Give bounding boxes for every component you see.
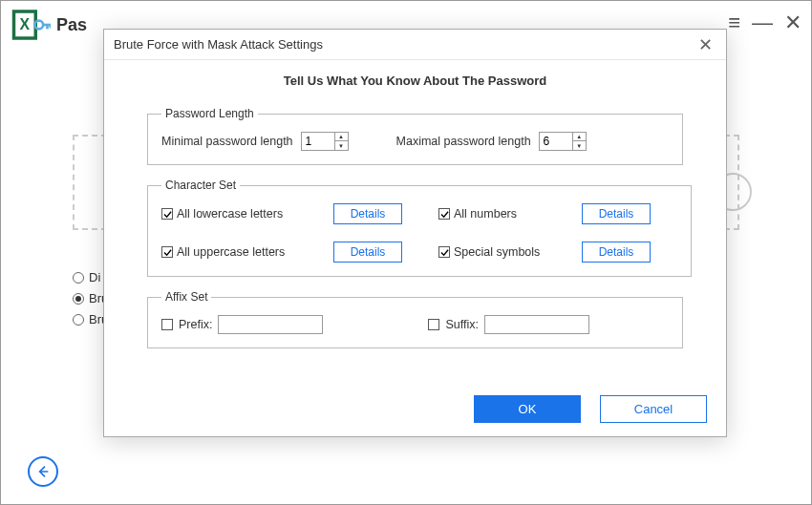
spinner-up-icon[interactable]: ▲	[335, 133, 348, 141]
radio-icon	[73, 293, 84, 305]
minimize-icon[interactable]: —	[752, 11, 773, 35]
svg-point-3	[34, 21, 43, 30]
symbols-details-button[interactable]: Details	[582, 242, 651, 263]
suffix-item: Suffix:	[428, 315, 589, 334]
spinner-buttons: ▲ ▼	[572, 133, 586, 150]
min-length-item: Minimal password length ▲ ▼	[161, 132, 349, 151]
modal-footer: OK Cancel	[104, 386, 726, 436]
lowercase-label: All lowercase letters	[177, 207, 283, 221]
uppercase-details-button[interactable]: Details	[333, 242, 402, 263]
numbers-label: All numbers	[454, 207, 517, 221]
checkbox-icon	[161, 246, 173, 258]
checkbox-icon	[438, 246, 450, 258]
prefix-label: Prefix:	[179, 318, 212, 331]
ok-button[interactable]: OK	[474, 395, 581, 423]
max-length-item: Maximal password length ▲ ▼	[396, 132, 587, 151]
symbols-label: Special symbols	[454, 245, 540, 259]
modal-title: Brute Force with Mask Attack Settings	[114, 37, 694, 52]
lowercase-checkbox[interactable]: All lowercase letters	[161, 207, 324, 221]
spinner-up-icon[interactable]: ▲	[573, 133, 586, 141]
affix-set-legend: Affix Set	[161, 290, 211, 304]
cancel-button[interactable]: Cancel	[600, 395, 707, 423]
prefix-item: Prefix:	[161, 315, 323, 334]
modal-close-icon[interactable]: ✕	[694, 34, 716, 55]
radio-icon	[73, 314, 84, 326]
spinner-down-icon[interactable]: ▼	[573, 141, 586, 150]
modal-header: Brute Force with Mask Attack Settings ✕	[104, 30, 726, 60]
back-button[interactable]	[28, 456, 58, 487]
character-set-legend: Character Set	[161, 179, 240, 192]
character-set-section: Character Set All lowercase letters Deta…	[147, 179, 692, 277]
suffix-checkbox[interactable]	[428, 319, 439, 330]
close-icon[interactable]: ✕	[784, 11, 801, 35]
affix-set-section: Affix Set Prefix: Suffix:	[147, 290, 683, 348]
max-length-label: Maximal password length	[396, 135, 531, 148]
svg-text:X: X	[20, 16, 31, 32]
suffix-label: Suffix:	[445, 318, 479, 331]
uppercase-label: All uppercase letters	[177, 245, 285, 259]
excel-key-icon: X	[11, 5, 51, 45]
numbers-checkbox[interactable]: All numbers	[438, 207, 572, 221]
radio-label: Di	[89, 270, 100, 284]
modal-headline: Tell Us What You Know About The Password	[147, 74, 683, 88]
hamburger-icon[interactable]: ≡	[728, 11, 740, 35]
lowercase-details-button[interactable]: Details	[333, 203, 402, 224]
symbols-checkbox[interactable]: Special symbols	[438, 245, 572, 259]
window-controls: ≡ — ✕	[728, 11, 801, 35]
checkbox-icon	[161, 208, 173, 220]
prefix-input[interactable]	[218, 315, 323, 334]
min-length-label: Minimal password length	[161, 135, 293, 148]
password-length-legend: Password Length	[161, 107, 258, 120]
min-length-input[interactable]	[302, 133, 334, 150]
uppercase-checkbox[interactable]: All uppercase letters	[161, 245, 324, 259]
suffix-input[interactable]	[484, 315, 589, 334]
modal-body: Tell Us What You Know About The Password…	[104, 60, 726, 386]
mask-attack-settings-dialog: Brute Force with Mask Attack Settings ✕ …	[103, 29, 727, 437]
radio-icon	[73, 272, 84, 284]
min-length-spinner[interactable]: ▲ ▼	[301, 132, 349, 151]
prefix-checkbox[interactable]	[161, 319, 173, 330]
checkbox-icon	[438, 208, 450, 220]
numbers-details-button[interactable]: Details	[582, 203, 651, 224]
max-length-input[interactable]	[540, 133, 572, 150]
max-length-spinner[interactable]: ▲ ▼	[539, 132, 587, 151]
spinner-buttons: ▲ ▼	[334, 133, 348, 150]
app-title: Pas	[56, 15, 87, 35]
password-length-section: Password Length Minimal password length …	[147, 107, 683, 165]
spinner-down-icon[interactable]: ▼	[335, 141, 348, 150]
